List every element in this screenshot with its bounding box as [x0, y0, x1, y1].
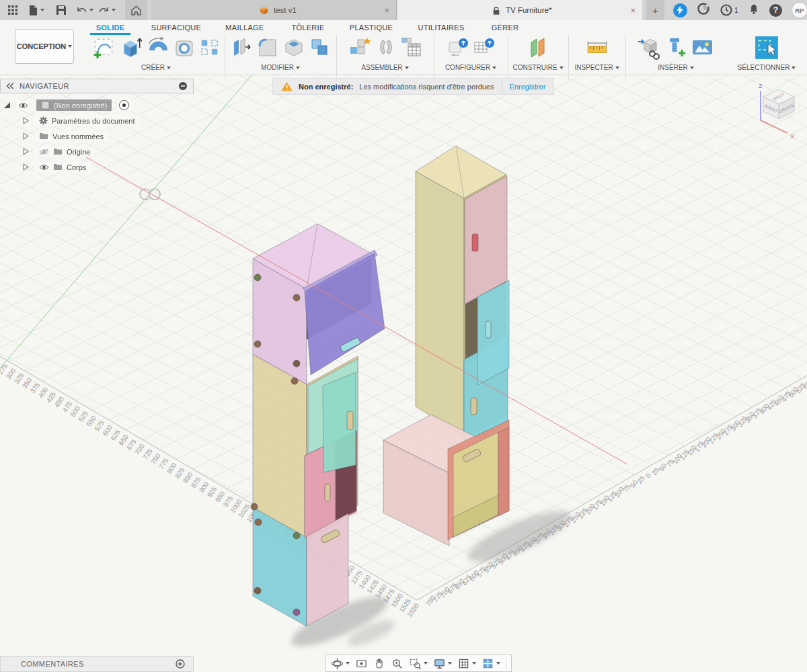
- group-label-assembler[interactable]: ASSEMBLER: [361, 64, 408, 71]
- caret-right-icon[interactable]: [23, 117, 29, 124]
- construction-plane-icon[interactable]: [527, 35, 549, 60]
- ribbon-tab-solide[interactable]: SOLIDE: [96, 24, 125, 32]
- group-label-inserer[interactable]: INSÉRER: [658, 64, 693, 71]
- 3d-viewport[interactable]: 2753003253503754004254504755005255505756…: [0, 75, 807, 672]
- expand-triangle-icon[interactable]: [4, 102, 10, 108]
- pattern-icon[interactable]: [199, 35, 221, 60]
- ribbon-tab-maillage[interactable]: MAILLAGE: [225, 24, 264, 32]
- tree-item-origin[interactable]: Origine: [4, 144, 194, 159]
- tree-item-label: Vues nommées: [52, 132, 104, 140]
- caret-right-icon[interactable]: [23, 148, 29, 155]
- ribbon-tab-surfacique[interactable]: SURFACIQUE: [151, 24, 202, 32]
- file-menu-button[interactable]: [28, 0, 44, 20]
- display-settings-tool[interactable]: [433, 657, 452, 670]
- insert-derive-icon[interactable]: [637, 35, 661, 60]
- eye-icon[interactable]: [39, 164, 49, 171]
- insert-fastener-icon[interactable]: [664, 35, 687, 60]
- hole-icon[interactable]: [173, 35, 196, 60]
- press-pull-icon[interactable]: [230, 35, 253, 60]
- bom-table-icon[interactable]: [400, 35, 423, 60]
- teal-door-open-handle[interactable]: [486, 321, 491, 338]
- close-icon[interactable]: ×: [384, 5, 389, 15]
- enregistrer-link[interactable]: Enregistrer: [510, 83, 546, 91]
- new-tab-button[interactable]: +: [646, 0, 664, 20]
- ribbon-tab-tolerie[interactable]: TÔLERIE: [291, 24, 324, 32]
- tree-item-bodies[interactable]: Corps: [4, 159, 194, 175]
- rose-door-handle[interactable]: [325, 484, 330, 501]
- help-icon[interactable]: ?: [769, 4, 782, 17]
- group-label-construire[interactable]: CONSTRUIRE: [512, 64, 563, 71]
- shell-icon[interactable]: [282, 35, 305, 60]
- view-cube[interactable]: HAUT AVANT DROITE Z X: [736, 79, 807, 146]
- teal-door-closed-handle[interactable]: [471, 398, 477, 415]
- new-component-icon[interactable]: [348, 35, 372, 60]
- workspace-mode-button[interactable]: CONCEPTION: [15, 29, 74, 64]
- fit-tool[interactable]: [409, 657, 428, 670]
- folder-icon: [53, 148, 63, 155]
- group-label-inspecter[interactable]: INSPECTER: [574, 64, 619, 71]
- viewports-tool[interactable]: [482, 657, 500, 670]
- comments-title: COMMENTAIRES: [21, 660, 176, 668]
- app-grid-icon[interactable]: [5, 0, 20, 20]
- fillet-icon[interactable]: [256, 35, 279, 60]
- avatar[interactable]: RP: [792, 2, 807, 18]
- extensions-icon[interactable]: [673, 3, 687, 17]
- redo-button[interactable]: [98, 0, 116, 20]
- file-icon: [28, 5, 38, 16]
- left-tower-body-left-face[interactable]: [253, 354, 307, 538]
- caret-right-icon[interactable]: [23, 163, 29, 171]
- group-label-configurer[interactable]: CONFIGURER: [445, 64, 496, 71]
- tree-item-document-settings[interactable]: Paramètres du document: [4, 113, 194, 128]
- ribbon-tab-plastique[interactable]: PLASTIQUE: [350, 24, 393, 32]
- undo-button[interactable]: [76, 0, 93, 20]
- close-icon[interactable]: ×: [630, 5, 636, 15]
- notifications-bell-icon[interactable]: [748, 3, 760, 18]
- job-status-icon[interactable]: [697, 2, 710, 18]
- joint-icon[interactable]: [375, 35, 397, 60]
- pink-door-handle[interactable]: [472, 234, 478, 251]
- combine-icon[interactable]: [309, 35, 332, 60]
- tree-item-named-views[interactable]: Vues nommées: [4, 128, 194, 144]
- pan-tool[interactable]: [373, 657, 385, 670]
- group-label-creer[interactable]: CRÉER: [141, 64, 171, 71]
- measure-icon[interactable]: [585, 35, 609, 60]
- configure-design-icon[interactable]: [447, 35, 469, 60]
- group-label-selectionner[interactable]: SÉLECTIONNER: [738, 64, 796, 71]
- revolve-icon[interactable]: [147, 35, 169, 60]
- save-button[interactable]: [56, 0, 67, 20]
- origin-marker[interactable]: [140, 189, 160, 200]
- document-tab-tv-furniture[interactable]: TV Furniture* ×: [397, 0, 642, 20]
- left-cabinet-tower[interactable]: [251, 224, 385, 626]
- tree-item-root[interactable]: (Non enregistré): [4, 97, 194, 113]
- comments-panel[interactable]: COMMENTAIRES: [0, 656, 194, 672]
- group-label-modifier[interactable]: MODIFIER: [261, 64, 300, 71]
- expand-plus-icon[interactable]: [176, 659, 185, 669]
- right-cabinet-tower[interactable]: [383, 146, 509, 546]
- visibility-toggle[interactable]: [15, 101, 31, 110]
- zoom-tool[interactable]: [391, 657, 404, 670]
- panel-options-icon[interactable]: [178, 81, 188, 91]
- right-tower-left-face[interactable]: [416, 171, 464, 437]
- configuration-table-icon[interactable]: [473, 35, 496, 60]
- ribbon-tab-gerer[interactable]: GÉRER: [492, 24, 519, 32]
- teal-door-open-right[interactable]: [477, 280, 509, 385]
- document-tab-test-v1[interactable]: test v1 ×: [151, 0, 397, 20]
- select-window-icon[interactable]: [754, 35, 779, 60]
- grid-settings-tool[interactable]: [457, 657, 476, 670]
- activate-component-radio[interactable]: [117, 99, 131, 112]
- teal-door-handle[interactable]: [347, 411, 353, 429]
- create-sketch-icon[interactable]: [91, 35, 116, 60]
- ribbon-tab-utilitaires[interactable]: UTILITAIRES: [418, 24, 464, 32]
- home-dashboard-button[interactable]: [125, 0, 147, 20]
- orbit-tool[interactable]: [331, 657, 350, 670]
- extrude-icon[interactable]: [119, 35, 143, 60]
- eye-hidden-icon[interactable]: [39, 149, 49, 155]
- caret-right-icon[interactable]: [23, 132, 29, 140]
- collapse-panel-icon[interactable]: [6, 83, 14, 89]
- root-document-node[interactable]: (Non enregistré): [36, 99, 112, 111]
- look-at-tool[interactable]: [355, 657, 368, 670]
- activity-clock-button[interactable]: 1: [720, 3, 738, 17]
- navigator-header[interactable]: NAVIGATEUR: [0, 79, 194, 93]
- insert-image-icon[interactable]: [691, 35, 715, 60]
- ribbon-group-inserer: INSÉRER: [625, 34, 726, 74]
